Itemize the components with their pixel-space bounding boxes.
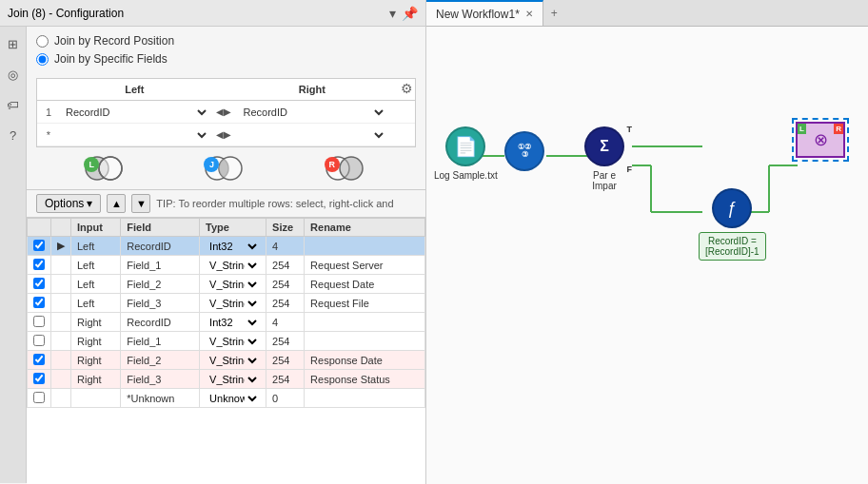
data-table-container[interactable]: Input Field Type Size Rename ▶ Left Reco… <box>27 218 425 484</box>
td-arrow <box>51 313 71 332</box>
type-select[interactable]: Int32 <box>206 240 260 253</box>
move-down-button[interactable]: ▼ <box>131 194 150 213</box>
num-line2: ③ <box>522 151 528 159</box>
filter-icon: Σ <box>600 138 609 155</box>
formula-icon: ƒ <box>727 199 737 219</box>
inner-join-icon[interactable]: J <box>202 155 249 182</box>
join-by-position-radio[interactable] <box>36 35 49 48</box>
th-rename: Rename <box>305 219 425 237</box>
formula-node[interactable]: ƒ RecordID =[RecordID]-1 <box>699 188 766 261</box>
td-rename: Request Server <box>305 256 425 275</box>
log-icon: 📄 <box>454 135 478 158</box>
table-row: Right Field_1 V_String 254 <box>28 332 425 351</box>
type-select[interactable]: V_String <box>206 373 260 386</box>
options-label: Options <box>45 197 84 210</box>
join-center-icon: ⊗ <box>814 129 828 150</box>
td-type: V_String <box>200 256 266 275</box>
log-node[interactable]: 📄 Log Sample.txt <box>434 126 498 181</box>
join-r-badge: R <box>834 124 843 134</box>
join-fields-header: Left Right <box>37 79 415 101</box>
td-input: Left <box>71 256 121 275</box>
data-table: Input Field Type Size Rename ▶ Left Reco… <box>27 218 425 408</box>
tab-add-button[interactable]: + <box>543 0 565 26</box>
num-node[interactable]: ①② ③ <box>504 131 544 171</box>
td-input: Left <box>71 275 121 294</box>
jf-arrows: ◀▶ <box>209 106 238 117</box>
join-l-badge: L <box>798 124 806 134</box>
table-row: ▶ Left RecordID Int32 4 <box>28 237 425 256</box>
td-size: 4 <box>266 237 305 256</box>
panel-header-icons: ▾ 📌 <box>389 6 418 21</box>
left-content: Join by Record Position Join by Specific… <box>27 27 425 484</box>
td-size: 254 <box>266 256 305 275</box>
table-row: Right Field_3 V_String 254 Response Stat… <box>28 370 425 389</box>
td-type: Unknown <box>200 389 266 408</box>
row-checkbox[interactable] <box>33 278 45 289</box>
filter-node-label: Par eImpar <box>592 170 617 191</box>
type-select[interactable]: V_String <box>206 335 260 348</box>
type-select[interactable]: V_String <box>206 278 260 291</box>
type-select[interactable]: Int32 <box>206 316 260 329</box>
dropdown-icon[interactable]: ▾ <box>389 6 396 21</box>
table-row: Left Field_3 V_String 254 Request File <box>28 294 425 313</box>
td-size: 254 <box>266 370 305 389</box>
row-checkbox[interactable] <box>33 335 45 346</box>
join-by-fields-radio[interactable] <box>36 53 49 66</box>
row-checkbox[interactable] <box>33 240 45 251</box>
pin-icon[interactable]: 📌 <box>402 6 418 21</box>
type-select[interactable]: V_String <box>206 297 260 310</box>
jf-left-select-new[interactable] <box>60 126 209 144</box>
left-join-icon[interactable]: L <box>82 155 129 182</box>
sidebar-icons: ⊞ ◎ 🏷 ? <box>0 27 27 483</box>
jf-right-header: Right <box>238 82 387 97</box>
workflow-canvas[interactable]: 📄 Log Sample.txt ①② ③ Σ Par eImpar T F <box>426 27 868 484</box>
jf-right-select-new[interactable] <box>238 126 387 144</box>
join-by-position-row: Join by Record Position <box>36 34 416 48</box>
join-node[interactable]: L R ⊗ <box>796 122 845 158</box>
join-by-fields-label[interactable]: Join by Specific Fields <box>54 52 168 66</box>
row-checkbox[interactable] <box>33 373 45 384</box>
table-row: Right RecordID Int32 4 <box>28 313 425 332</box>
jf-left-select[interactable]: RecordID <box>60 104 209 121</box>
svg-point-9 <box>340 157 363 180</box>
td-field: Field_2 <box>121 351 200 370</box>
gear-icon[interactable]: ⚙ <box>401 81 413 96</box>
sidebar-icon-help[interactable]: ? <box>4 126 23 145</box>
right-join-icon[interactable]: R <box>323 155 370 182</box>
options-button[interactable]: Options ▾ <box>36 194 101 213</box>
join-by-position-label[interactable]: Join by Record Position <box>54 34 174 48</box>
td-rename: Request File <box>305 294 425 313</box>
row-checkbox[interactable] <box>33 297 45 308</box>
td-field: Field_3 <box>121 294 200 313</box>
sidebar-icon-grid[interactable]: ⊞ <box>4 34 23 53</box>
td-check <box>28 370 51 389</box>
tab-close-icon[interactable]: ✕ <box>525 9 533 19</box>
row-checkbox[interactable] <box>33 259 45 270</box>
sidebar-icon-circle[interactable]: ◎ <box>4 65 23 84</box>
sidebar-icon-tag[interactable]: 🏷 <box>4 95 23 114</box>
type-select[interactable]: Unknown <box>206 392 260 405</box>
filter-node[interactable]: Σ Par eImpar T F <box>584 126 624 191</box>
td-arrow <box>51 332 71 351</box>
td-type: V_String <box>200 294 266 313</box>
row-checkbox[interactable] <box>33 392 45 403</box>
th-field: Field <box>121 219 200 237</box>
workflow-tab-active[interactable]: New Workflow1* ✕ <box>426 0 543 26</box>
right-panel: New Workflow1* ✕ + 📄 <box>426 0 868 484</box>
left-panel: Join (8) - Configuration ▾ 📌 ⊞ ◎ 🏷 ? Joi… <box>0 0 426 484</box>
td-arrow <box>51 294 71 313</box>
table-row: *Unknown Unknown 0 <box>28 389 425 408</box>
type-select[interactable]: V_String <box>206 259 260 272</box>
td-field: RecordID <box>121 237 200 256</box>
formula-node-label: RecordID =[RecordID]-1 <box>699 232 766 261</box>
move-up-button[interactable]: ▲ <box>107 194 126 213</box>
jf-right-select[interactable]: RecordID <box>238 104 387 121</box>
row-checkbox[interactable] <box>33 354 45 365</box>
row-checkbox[interactable] <box>33 316 45 327</box>
td-type: Int32 <box>200 313 266 332</box>
type-select[interactable]: V_String <box>206 354 260 367</box>
jf-row-num: 1 <box>37 106 60 118</box>
td-size: 254 <box>266 294 305 313</box>
filter-node-icon: Σ <box>584 126 624 166</box>
td-field: Field_3 <box>121 370 200 389</box>
